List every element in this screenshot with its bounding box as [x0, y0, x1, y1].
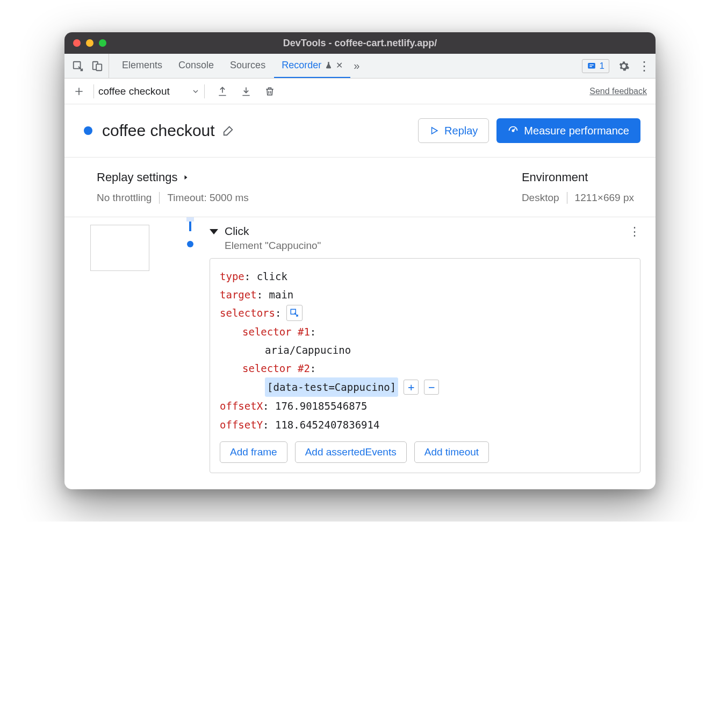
experiment-flask-icon — [325, 61, 333, 69]
recording-selector-label: coffee checkout — [98, 85, 170, 97]
minimize-window-button[interactable] — [86, 39, 93, 47]
issues-icon — [587, 61, 596, 71]
play-icon — [429, 126, 439, 135]
step-title: Click — [225, 225, 321, 238]
chevron-right-icon — [183, 174, 189, 181]
tab-elements[interactable]: Elements — [114, 54, 170, 78]
settings-row: Replay settings No throttling Timeout: 5… — [64, 158, 656, 217]
delete-recording-icon[interactable] — [264, 85, 276, 97]
separator — [204, 84, 205, 98]
tab-console[interactable]: Console — [171, 54, 221, 78]
close-window-button[interactable] — [73, 39, 81, 47]
add-timeout-button[interactable]: Add timeout — [414, 441, 489, 463]
new-recording-button[interactable] — [73, 85, 85, 97]
traffic-lights — [73, 39, 106, 47]
tab-recorder[interactable]: Recorder ✕ — [274, 54, 350, 78]
gauge-icon — [508, 125, 519, 136]
field-selectors[interactable]: selectors: — [220, 304, 630, 322]
step-details-panel: type: click target: main selectors: sele… — [210, 258, 640, 473]
issues-count: 1 — [600, 61, 604, 72]
separator — [93, 84, 94, 98]
recording-status-dot — [84, 126, 92, 135]
add-frame-button[interactable]: Add frame — [220, 441, 287, 463]
device-value: Desktop — [522, 192, 559, 204]
edit-name-icon[interactable] — [222, 125, 234, 137]
tab-sources[interactable]: Sources — [222, 54, 273, 78]
timeline-marker-icon — [185, 217, 196, 240]
field-selector-1[interactable]: selector #1: — [220, 323, 630, 341]
close-tab-button[interactable]: ✕ — [336, 60, 343, 70]
recording-header: coffee checkout Replay Measure performan… — [64, 104, 656, 158]
zoom-window-button[interactable] — [99, 39, 106, 47]
add-asserted-events-button[interactable]: Add assertedEvents — [295, 441, 407, 463]
device-toggle-icon[interactable] — [91, 60, 103, 72]
svg-rect-6 — [186, 217, 194, 222]
import-recording-icon[interactable] — [240, 85, 252, 97]
tab-label: Recorder — [282, 60, 321, 71]
svg-rect-2 — [96, 64, 102, 70]
replay-settings-heading[interactable]: Replay settings — [97, 170, 249, 184]
recorder-toolbar: coffee checkout Send feedback — [64, 78, 656, 104]
devtools-window: DevTools - coffee-cart.netlify.app/ Elem… — [64, 32, 656, 489]
step-subtitle: Element "Cappucino" — [225, 240, 321, 252]
recording-name: coffee checkout — [102, 122, 215, 140]
field-selector-2-value[interactable]: [data-test=Cappucino] + − — [220, 377, 630, 397]
tab-label: Sources — [230, 60, 265, 71]
issues-badge[interactable]: 1 — [582, 59, 609, 73]
devtools-tabstrip: Elements Console Sources Recorder ✕ » 1 — [64, 54, 656, 78]
window-titlebar: DevTools - coffee-cart.netlify.app/ — [64, 32, 656, 54]
step-screenshot-thumb[interactable] — [90, 225, 149, 271]
measure-label: Measure performance — [524, 125, 629, 137]
separator — [567, 192, 567, 204]
send-feedback-link[interactable]: Send feedback — [589, 87, 647, 96]
settings-gear-icon[interactable] — [618, 60, 630, 72]
more-menu-icon[interactable]: ⋮ — [638, 60, 650, 72]
expand-step-icon[interactable] — [210, 229, 218, 234]
step-more-menu-icon[interactable]: ⋮ — [629, 225, 640, 239]
tab-label: Console — [178, 60, 214, 71]
timeline-dot-icon — [187, 241, 193, 247]
throttling-value: No throttling — [97, 192, 152, 204]
tabs-overflow-button[interactable]: » — [354, 60, 359, 72]
field-target[interactable]: target: main — [220, 286, 630, 304]
export-recording-icon[interactable] — [217, 85, 228, 97]
step-area: Click Element "Cappucino" ⋮ type: click … — [64, 217, 656, 489]
chevron-down-icon — [191, 87, 200, 96]
environment-heading: Environment — [522, 170, 634, 184]
measure-performance-button[interactable]: Measure performance — [496, 118, 640, 143]
inspect-element-icon[interactable] — [72, 60, 84, 72]
separator — [159, 192, 160, 204]
window-title: DevTools - coffee-cart.netlify.app/ — [64, 38, 656, 49]
svg-rect-3 — [588, 63, 595, 69]
svg-point-4 — [513, 130, 514, 131]
remove-selector-button[interactable]: − — [424, 380, 439, 395]
replay-button[interactable]: Replay — [418, 118, 489, 143]
recording-selector[interactable]: coffee checkout — [98, 85, 200, 97]
pick-selector-icon[interactable] — [286, 305, 303, 321]
timeout-value: Timeout: 5000 ms — [167, 192, 248, 204]
field-selector-1-value[interactable]: aria/Cappucino — [220, 341, 630, 359]
replay-label: Replay — [444, 125, 478, 137]
field-offsety[interactable]: offsetY: 118.6452407836914 — [220, 416, 630, 434]
tab-label: Elements — [122, 60, 162, 71]
viewport-value: 1211×669 px — [575, 192, 634, 204]
field-offsetx[interactable]: offsetX: 176.90185546875 — [220, 397, 630, 415]
field-selector-2[interactable]: selector #2: — [220, 359, 630, 377]
field-type[interactable]: type: click — [220, 267, 630, 286]
add-selector-button[interactable]: + — [404, 380, 419, 395]
